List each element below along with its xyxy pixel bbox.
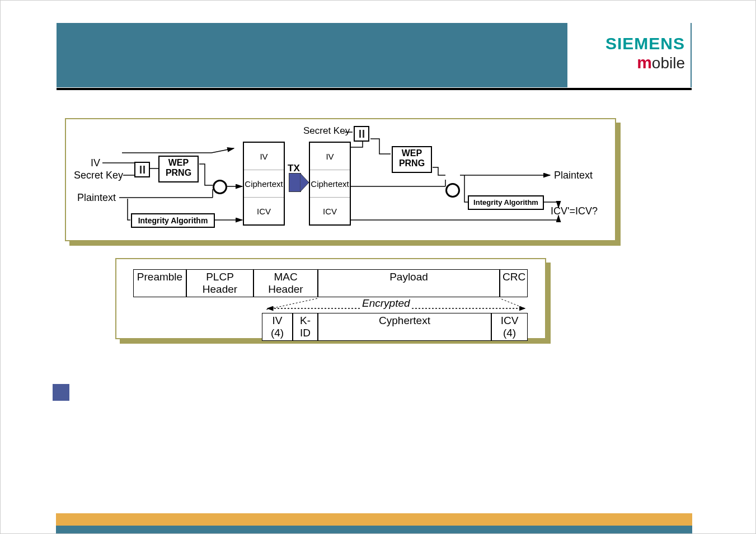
packet-col-right: IV Ciphertext ICV <box>309 142 351 226</box>
label-secretkey-left: Secret Key <box>74 170 123 181</box>
wep-prng-right: WEP PRNG <box>392 146 432 173</box>
cell-kid: K-ID <box>293 313 318 341</box>
cell-mac: MAC Header <box>253 269 318 297</box>
frame-row-encrypted: Encrypted <box>133 297 528 313</box>
label-icv-eq: ICV'=ICV? <box>551 205 598 217</box>
label-encrypted: Encrypted <box>360 297 412 310</box>
footer-bar-teal <box>56 526 692 533</box>
cell-payload: Payload <box>318 269 500 297</box>
header-divider <box>57 88 692 90</box>
label-secretkey-right: Secret Key <box>303 125 350 137</box>
wep-diagram: IV Secret Key Plaintext WEP PRNG Integri… <box>65 118 616 241</box>
encrypted-arrows <box>133 297 530 313</box>
logo-area: SIEMENS mobile <box>567 23 691 87</box>
packet-col-left: IV Ciphertext ICV <box>243 142 285 226</box>
cell-cyphertext: Cyphertext <box>318 313 491 341</box>
frame-row-top: Preamble PLCP Header MAC Header Payload … <box>133 269 528 297</box>
xor-right <box>445 183 460 198</box>
logo-mobile: mobile <box>567 53 685 72</box>
svg-line-9 <box>266 298 318 310</box>
col-icv-right: ICV <box>310 198 350 224</box>
frame-diagram: Preamble PLCP Header MAC Header Payload … <box>115 258 546 339</box>
col-cipher-left: Ciphertext <box>244 170 284 198</box>
cell-preamble: Preamble <box>133 269 186 297</box>
col-iv-left: IV <box>244 143 284 170</box>
label-plaintext-right: Plaintext <box>554 170 593 181</box>
col-iv-right: IV <box>310 143 350 170</box>
concat-box-left <box>134 162 150 177</box>
integrity-algorithm-right: Integrity Algorithm <box>468 195 544 210</box>
concat-box-right <box>354 126 369 142</box>
cell-iv4: IV (4) <box>262 313 293 341</box>
logo-m: m <box>637 53 652 72</box>
cell-crc: CRC <box>500 269 528 297</box>
logo-siemens: SIEMENS <box>567 34 685 53</box>
col-icv-left: ICV <box>244 198 284 224</box>
label-iv-left: IV <box>91 157 100 169</box>
frame-row-bottom: IV (4) K-ID Cyphertext ICV (4) <box>262 313 528 341</box>
bullet-square-icon <box>53 384 69 401</box>
col-cipher-right: Ciphertext <box>310 170 350 198</box>
svg-line-10 <box>500 298 525 308</box>
tx-label: TX <box>288 163 300 174</box>
xor-left <box>213 180 227 194</box>
tx-arrow-box <box>289 173 301 192</box>
logo-obile: obile <box>652 54 685 72</box>
cell-plcp: PLCP Header <box>186 269 253 297</box>
cell-icv4: ICV (4) <box>491 313 528 341</box>
wep-prng-left: WEP PRNG <box>158 156 199 182</box>
label-plaintext-left: Plaintext <box>77 192 116 204</box>
integrity-algorithm-left: Integrity Algorithm <box>131 213 215 228</box>
svg-marker-8 <box>300 173 309 192</box>
